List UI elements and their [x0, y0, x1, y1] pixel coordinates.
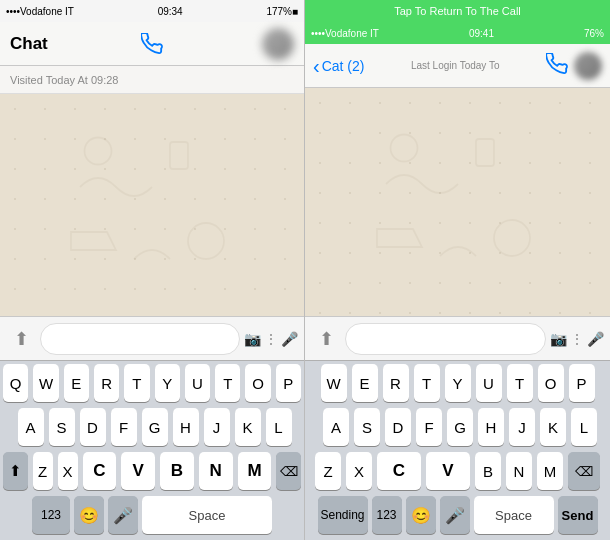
key-G2[interactable]: G [447, 408, 473, 446]
key-R2[interactable]: R [383, 364, 409, 402]
key-space-right[interactable]: Space [474, 496, 554, 534]
nav-title-left: Chat [10, 34, 48, 54]
key-X[interactable]: X [58, 452, 78, 490]
camera-icon-left[interactable]: 📷 [244, 331, 261, 347]
key-send-right[interactable]: Send [558, 496, 598, 534]
input-bar-left: ⬆ 📷 ⋮ 🎤 [0, 316, 304, 360]
svg-point-3 [390, 135, 417, 162]
key-backspace-left[interactable]: ⌫ [276, 452, 301, 490]
key-mic-right[interactable]: 🎤 [440, 496, 470, 534]
keyboard-right: W E R T Y U T O P A S D F G H J K L Z X … [305, 360, 610, 540]
upload-button-left[interactable]: ⬆ [6, 324, 36, 354]
input-icons-right: 📷 ⋮ 🎤 [550, 331, 604, 347]
key-M[interactable]: M [238, 452, 272, 490]
mic-icon-left[interactable]: 🎤 [281, 331, 298, 347]
key-E[interactable]: E [64, 364, 89, 402]
status-bar-right: ••••Vodafone IT 09:41 76% [305, 22, 610, 44]
phone-left: ••••Vodafone IT 09:34 177%■ Chat Visited… [0, 0, 305, 540]
key-F2[interactable]: F [416, 408, 442, 446]
key-mic-left[interactable]: 🎤 [108, 496, 138, 534]
kb-row2-left: A S D F G H J K L [0, 405, 304, 449]
phone-call-button-left[interactable] [137, 29, 167, 59]
key-Z[interactable]: Z [33, 452, 53, 490]
camera-icon-right[interactable]: 📷 [550, 331, 567, 347]
key-L2[interactable]: L [571, 408, 597, 446]
kb-bottom-right: Sending 123 😊 🎤 Space Send [305, 493, 610, 538]
carrier-left: ••••Vodafone IT [6, 6, 74, 17]
mic-icon-right[interactable]: 🎤 [587, 331, 604, 347]
key-T4[interactable]: T [507, 364, 533, 402]
key-Y[interactable]: Y [155, 364, 180, 402]
nav-bar-left: Chat [0, 22, 304, 66]
key-P[interactable]: P [276, 364, 301, 402]
key-123-left[interactable]: 123 [32, 496, 70, 534]
key-V2[interactable]: V [426, 452, 470, 490]
key-M2[interactable]: M [537, 452, 563, 490]
nav-bar-right: ‹ Cat (2) Last Login Today To [305, 44, 610, 88]
battery-right: 76% [584, 28, 604, 39]
key-J2[interactable]: J [509, 408, 535, 446]
key-R[interactable]: R [94, 364, 119, 402]
dots-icon-right[interactable]: ⋮ [570, 331, 584, 347]
key-U[interactable]: U [185, 364, 210, 402]
key-T[interactable]: T [124, 364, 149, 402]
key-emoji-left[interactable]: 😊 [74, 496, 104, 534]
time-left: 09:34 [158, 6, 183, 17]
key-B2[interactable]: B [475, 452, 501, 490]
key-Q[interactable]: Q [3, 364, 28, 402]
message-input-left[interactable] [40, 323, 240, 355]
status-bar-left: ••••Vodafone IT 09:34 177%■ [0, 0, 304, 22]
key-X2[interactable]: X [346, 452, 372, 490]
kb-bottom-left: 123 😊 🎤 Space [0, 493, 304, 538]
key-S[interactable]: S [49, 408, 75, 446]
key-emoji-right[interactable]: 😊 [406, 496, 436, 534]
input-bar-right: ⬆ 📷 ⋮ 🎤 [305, 316, 610, 360]
key-space-left[interactable]: Space [142, 496, 272, 534]
key-C2[interactable]: C [377, 452, 421, 490]
key-W[interactable]: W [33, 364, 58, 402]
key-K[interactable]: K [235, 408, 261, 446]
key-Y2[interactable]: Y [445, 364, 471, 402]
key-W2[interactable]: W [321, 364, 347, 402]
key-K2[interactable]: K [540, 408, 566, 446]
key-D[interactable]: D [80, 408, 106, 446]
key-E2[interactable]: E [352, 364, 378, 402]
key-shift-left[interactable]: ⬆ [3, 452, 28, 490]
key-O[interactable]: O [245, 364, 270, 402]
key-Z2[interactable]: Z [315, 452, 341, 490]
key-T3[interactable]: T [414, 364, 440, 402]
back-chevron-icon: ‹ [313, 56, 320, 76]
right-nav-icons [546, 52, 602, 80]
key-N[interactable]: N [199, 452, 233, 490]
key-S2[interactable]: S [354, 408, 380, 446]
keyboard-left: Q W E R T Y U T O P A S D F G H J K L ⬆ … [0, 360, 304, 540]
key-H2[interactable]: H [478, 408, 504, 446]
key-123-right[interactable]: 123 [372, 496, 402, 534]
key-B[interactable]: B [160, 452, 194, 490]
input-icons-left: 📷 ⋮ 🎤 [244, 331, 298, 347]
key-C[interactable]: C [83, 452, 117, 490]
key-backspace-right[interactable]: ⌫ [568, 452, 600, 490]
key-D2[interactable]: D [385, 408, 411, 446]
key-A[interactable]: A [18, 408, 44, 446]
key-O2[interactable]: O [538, 364, 564, 402]
phone-call-button-right[interactable] [546, 53, 568, 79]
key-F[interactable]: F [111, 408, 137, 446]
back-button-right[interactable]: ‹ Cat (2) [313, 56, 364, 76]
key-U2[interactable]: U [476, 364, 502, 402]
key-J[interactable]: J [204, 408, 230, 446]
message-input-right[interactable] [345, 323, 546, 355]
key-T2[interactable]: T [215, 364, 240, 402]
key-N2[interactable]: N [506, 452, 532, 490]
key-P2[interactable]: P [569, 364, 595, 402]
tap-to-return-banner[interactable]: Tap To Return To The Call [305, 0, 610, 22]
key-L[interactable]: L [266, 408, 292, 446]
key-V[interactable]: V [121, 452, 155, 490]
upload-button-right[interactable]: ⬆ [311, 324, 341, 354]
dots-icon-left[interactable]: ⋮ [264, 331, 278, 347]
kb-row1-left: Q W E R T Y U T O P [0, 361, 304, 405]
key-H[interactable]: H [173, 408, 199, 446]
chat-area-right [305, 88, 610, 316]
key-A2[interactable]: A [323, 408, 349, 446]
key-G[interactable]: G [142, 408, 168, 446]
